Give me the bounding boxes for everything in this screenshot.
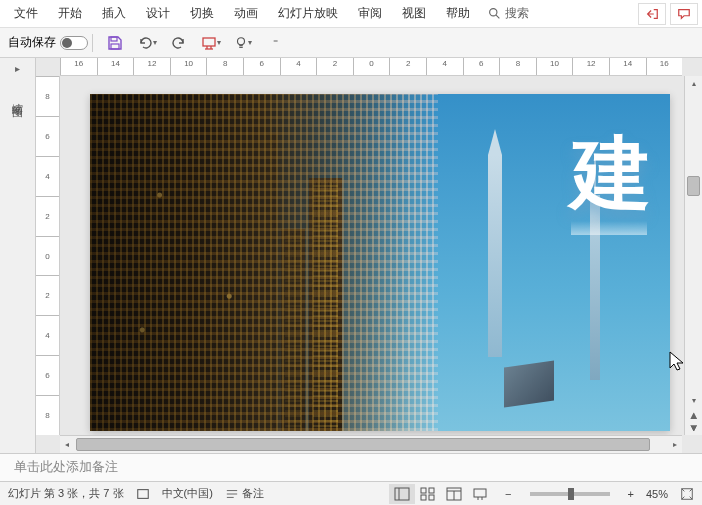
slide-canvas[interactable]: 建 (60, 76, 684, 435)
lightbulb-icon (234, 35, 248, 51)
reading-view-button[interactable] (441, 484, 467, 504)
ruler-tick: 4 (36, 315, 59, 355)
slide-background-image: 建 (90, 94, 670, 431)
ruler-tick: 2 (389, 58, 426, 75)
thumbnail-label: 缩略图 (10, 94, 25, 100)
ruler-tick: 6 (463, 58, 500, 75)
ruler-tick: 16 (646, 58, 683, 75)
scrollbar-thumb[interactable] (687, 176, 700, 196)
svg-rect-11 (137, 489, 148, 498)
accessibility-icon[interactable] (136, 487, 150, 501)
svg-rect-2 (111, 37, 117, 41)
ideas-button[interactable]: ▾ (231, 31, 255, 55)
prev-slide-icon[interactable]: ⯅ (685, 412, 702, 421)
autosave-toggle[interactable] (60, 36, 88, 50)
redo-button[interactable] (167, 31, 191, 55)
menu-animations[interactable]: 动画 (224, 1, 268, 26)
svg-rect-18 (429, 488, 434, 493)
ruler-tick: 12 (133, 58, 170, 75)
notes-icon (225, 488, 239, 500)
slide-title-text[interactable]: 建 (571, 121, 647, 229)
quick-access-toolbar: 自动保存 关 ▾ ▾ ▾ ⁼ (0, 28, 702, 58)
normal-view-button[interactable] (389, 484, 415, 504)
language-status[interactable]: 中文(中国) (162, 486, 213, 501)
menu-file[interactable]: 文件 (4, 1, 48, 26)
horizontal-ruler[interactable]: 16 14 12 10 8 6 4 2 0 2 4 6 8 10 12 14 1… (60, 58, 682, 76)
scroll-up-arrow[interactable]: ▴ (685, 76, 702, 90)
svg-line-1 (496, 15, 499, 18)
status-bar: 幻灯片 第 3 张，共 7 张 中文(中国) 备注 − + 45% (0, 481, 702, 505)
slideshow-icon (472, 487, 488, 501)
ruler-tick: 14 (97, 58, 134, 75)
svg-rect-17 (421, 488, 426, 493)
thumbnail-panel: ▸ 缩略图 (0, 58, 36, 453)
search-label: 搜索 (505, 5, 529, 22)
svg-rect-15 (395, 488, 409, 500)
ruler-tick: 8 (499, 58, 536, 75)
scroll-right-arrow[interactable]: ▸ (668, 436, 682, 453)
ruler-tick: 8 (36, 395, 59, 435)
slide-counter[interactable]: 幻灯片 第 3 张，共 7 张 (8, 486, 124, 501)
normal-view-icon (394, 487, 410, 501)
qat-customize[interactable]: ⁼ (263, 31, 287, 55)
slideshow-view-button[interactable] (467, 484, 493, 504)
thumbnail-expand[interactable]: ▸ (12, 62, 24, 74)
scrollbar-thumb[interactable] (76, 438, 650, 451)
menu-design[interactable]: 设计 (136, 1, 180, 26)
svg-rect-24 (474, 489, 486, 497)
scroll-down-arrow[interactable]: ▾ (685, 393, 702, 407)
ruler-tick: 8 (206, 58, 243, 75)
zoom-level[interactable]: 45% (646, 488, 668, 500)
play-from-start-icon (201, 35, 217, 51)
comments-button[interactable] (670, 3, 698, 25)
reading-view-icon (446, 487, 462, 501)
zoom-slider[interactable] (530, 492, 610, 496)
next-slide-icon[interactable]: ⯆ (685, 424, 702, 433)
ruler-tick: 8 (36, 76, 59, 116)
share-button[interactable] (638, 3, 666, 25)
svg-rect-3 (111, 44, 119, 49)
fit-window-button[interactable] (680, 487, 694, 501)
main-area: ▸ 缩略图 16 14 12 10 8 6 4 2 0 2 4 6 8 10 1… (0, 58, 702, 453)
ruler-tick: 10 (170, 58, 207, 75)
vertical-ruler[interactable]: 8 6 4 2 0 2 4 6 8 (36, 76, 60, 435)
overflow-icon: ⁼ (273, 37, 278, 48)
ruler-tick: 10 (536, 58, 573, 75)
zoom-slider-thumb[interactable] (568, 488, 574, 500)
menu-review[interactable]: 审阅 (348, 1, 392, 26)
notes-pane[interactable]: 单击此处添加备注 (0, 453, 702, 481)
menu-view[interactable]: 视图 (392, 1, 436, 26)
slide[interactable]: 建 (90, 94, 670, 431)
ruler-tick: 0 (353, 58, 390, 75)
svg-point-0 (490, 9, 497, 16)
ruler-tick: 4 (426, 58, 463, 75)
ruler-tick: 2 (36, 275, 59, 315)
menu-help[interactable]: 帮助 (436, 1, 480, 26)
save-button[interactable] (103, 31, 127, 55)
search-box[interactable]: 搜索 (480, 5, 537, 22)
ruler-tick: 6 (243, 58, 280, 75)
menu-home[interactable]: 开始 (48, 1, 92, 26)
notes-placeholder: 单击此处添加备注 (14, 459, 118, 474)
zoom-out-button[interactable]: − (505, 488, 511, 500)
slideshow-start-button[interactable]: ▾ (199, 31, 223, 55)
notes-toggle[interactable]: 备注 (225, 486, 264, 501)
ruler-tick: 12 (572, 58, 609, 75)
ruler-tick: 16 (60, 58, 97, 75)
undo-button[interactable]: ▾ (135, 31, 159, 55)
sorter-view-button[interactable] (415, 484, 441, 504)
zoom-in-button[interactable]: + (628, 488, 634, 500)
autosave-label: 自动保存 (8, 34, 56, 51)
sorter-view-icon (420, 487, 436, 501)
scroll-left-arrow[interactable]: ◂ (60, 436, 74, 453)
svg-rect-4 (203, 38, 215, 46)
horizontal-scrollbar[interactable]: ◂ ▸ (60, 435, 682, 453)
vertical-scrollbar[interactable]: ▴ ▾ ⯅ ⯆ (684, 76, 702, 435)
menu-transitions[interactable]: 切换 (180, 1, 224, 26)
menu-slideshow[interactable]: 幻灯片放映 (268, 1, 348, 26)
ruler-tick: 2 (316, 58, 353, 75)
search-icon (488, 7, 501, 20)
redo-icon (171, 35, 187, 51)
ruler-tick: 6 (36, 116, 59, 156)
menu-insert[interactable]: 插入 (92, 1, 136, 26)
